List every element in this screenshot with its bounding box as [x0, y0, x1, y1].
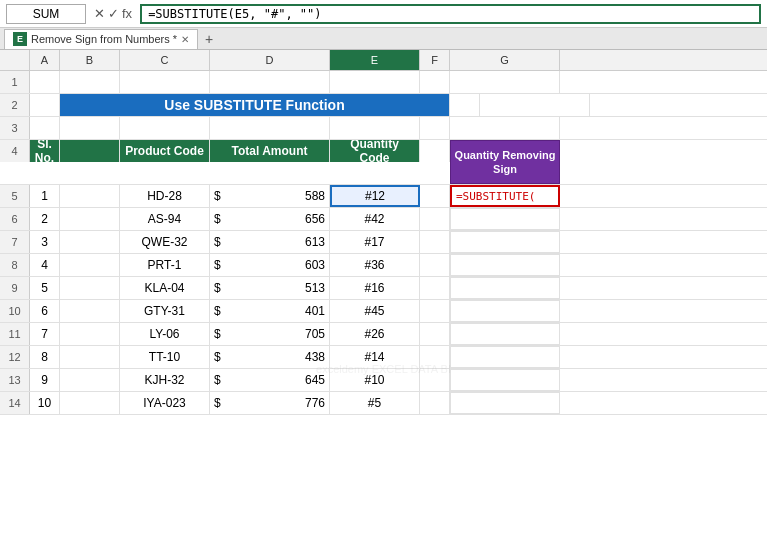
- cell-E3[interactable]: [330, 117, 420, 139]
- col-header-D[interactable]: D: [210, 50, 330, 70]
- cell-E12-qty[interactable]: #14: [330, 346, 420, 368]
- tab-close-button[interactable]: ✕: [181, 34, 189, 45]
- cell-G11[interactable]: [450, 323, 560, 345]
- formula-input[interactable]: =SUBSTITUTE(E5, "#", ""): [140, 4, 761, 24]
- cell-B3[interactable]: [60, 117, 120, 139]
- cell-D8-amount[interactable]: $ 603: [210, 254, 330, 276]
- cell-F4[interactable]: [420, 140, 450, 162]
- col-header-A[interactable]: A: [30, 50, 60, 70]
- cell-B6-empty[interactable]: [60, 208, 120, 230]
- cancel-icon[interactable]: ✕: [94, 6, 105, 21]
- cell-D7-amount[interactable]: $ 613: [210, 231, 330, 253]
- cell-C10-code[interactable]: GTY-31: [120, 300, 210, 322]
- cell-D6-amount[interactable]: $ 656: [210, 208, 330, 230]
- col-header-B[interactable]: B: [60, 50, 120, 70]
- cell-F14[interactable]: [420, 392, 450, 414]
- cell-C13-code[interactable]: KJH-32: [120, 369, 210, 391]
- cell-F9[interactable]: [420, 277, 450, 299]
- cell-D10-amount[interactable]: $ 401: [210, 300, 330, 322]
- new-tab-button[interactable]: +: [198, 29, 220, 49]
- cell-D12-amount[interactable]: $ 438: [210, 346, 330, 368]
- cell-G10[interactable]: [450, 300, 560, 322]
- sheet-tab[interactable]: E Remove Sign from Numbers * ✕: [4, 29, 198, 49]
- col-header-F[interactable]: F: [420, 50, 450, 70]
- cell-A9-sl[interactable]: 5: [30, 277, 60, 299]
- cell-D1[interactable]: [210, 71, 330, 93]
- cell-F2[interactable]: [450, 94, 480, 116]
- cell-B11-empty[interactable]: [60, 323, 120, 345]
- cell-C8-code[interactable]: PRT-1: [120, 254, 210, 276]
- cell-A4-slno[interactable]: Sl. No.: [30, 140, 60, 162]
- cell-G14[interactable]: [450, 392, 560, 414]
- cell-F5[interactable]: [420, 185, 450, 207]
- cell-A6-sl[interactable]: 2: [30, 208, 60, 230]
- cell-G7[interactable]: [450, 231, 560, 253]
- cell-B12-empty[interactable]: [60, 346, 120, 368]
- cell-E11-qty[interactable]: #26: [330, 323, 420, 345]
- cell-F7[interactable]: [420, 231, 450, 253]
- confirm-icon[interactable]: ✓: [108, 6, 119, 21]
- cell-B1[interactable]: [60, 71, 120, 93]
- cell-A2[interactable]: [30, 94, 60, 116]
- cell-D14-amount[interactable]: $ 776: [210, 392, 330, 414]
- cell-D9-amount[interactable]: $ 513: [210, 277, 330, 299]
- cell-B4[interactable]: [60, 140, 120, 162]
- cell-D4-totalamount[interactable]: Total Amount: [210, 140, 330, 162]
- cell-A13-sl[interactable]: 9: [30, 369, 60, 391]
- cell-B10-empty[interactable]: [60, 300, 120, 322]
- cell-A12-sl[interactable]: 8: [30, 346, 60, 368]
- cell-F8[interactable]: [420, 254, 450, 276]
- cell-A11-sl[interactable]: 7: [30, 323, 60, 345]
- cell-A8-sl[interactable]: 4: [30, 254, 60, 276]
- cell-A7-sl[interactable]: 3: [30, 231, 60, 253]
- cell-A3[interactable]: [30, 117, 60, 139]
- cell-C4-productcode[interactable]: Product Code: [120, 140, 210, 162]
- cell-D5-amount[interactable]: $ 588: [210, 185, 330, 207]
- cell-C12-code[interactable]: TT-10: [120, 346, 210, 368]
- cell-F12[interactable]: [420, 346, 450, 368]
- cell-G1[interactable]: [450, 71, 560, 93]
- cell-E9-qty[interactable]: #16: [330, 277, 420, 299]
- cell-F1[interactable]: [420, 71, 450, 93]
- col-header-E[interactable]: E: [330, 50, 420, 70]
- cell-F3[interactable]: [420, 117, 450, 139]
- cell-E13-qty[interactable]: #10: [330, 369, 420, 391]
- cell-B9-empty[interactable]: [60, 277, 120, 299]
- cell-E8-qty[interactable]: #36: [330, 254, 420, 276]
- cell-C7-code[interactable]: QWE-32: [120, 231, 210, 253]
- cell-E7-qty[interactable]: #17: [330, 231, 420, 253]
- cell-B8-empty[interactable]: [60, 254, 120, 276]
- cell-C14-code[interactable]: IYA-023: [120, 392, 210, 414]
- cell-C6-code[interactable]: AS-94: [120, 208, 210, 230]
- cell-B14-empty[interactable]: [60, 392, 120, 414]
- cell-C1[interactable]: [120, 71, 210, 93]
- cell-E5-qty[interactable]: #12: [330, 185, 420, 207]
- cell-E4-qtycode[interactable]: Quantity Code: [330, 140, 420, 162]
- cell-G13[interactable]: [450, 369, 560, 391]
- cell-D13-amount[interactable]: $ 645: [210, 369, 330, 391]
- cell-A5-sl[interactable]: 1: [30, 185, 60, 207]
- cell-A1[interactable]: [30, 71, 60, 93]
- cell-B7-empty[interactable]: [60, 231, 120, 253]
- cell-B5-empty[interactable]: [60, 185, 120, 207]
- name-box[interactable]: SUM: [6, 4, 86, 24]
- cell-G9[interactable]: [450, 277, 560, 299]
- cell-F10[interactable]: [420, 300, 450, 322]
- cell-A14-sl[interactable]: 10: [30, 392, 60, 414]
- cell-D3[interactable]: [210, 117, 330, 139]
- cell-G8[interactable]: [450, 254, 560, 276]
- cell-F6[interactable]: [420, 208, 450, 230]
- cell-C9-code[interactable]: KLA-04: [120, 277, 210, 299]
- cell-D11-amount[interactable]: $ 705: [210, 323, 330, 345]
- cell-F11[interactable]: [420, 323, 450, 345]
- col-header-C[interactable]: C: [120, 50, 210, 70]
- cell-C3[interactable]: [120, 117, 210, 139]
- cell-G2[interactable]: [480, 94, 590, 116]
- cell-C11-code[interactable]: LY-06: [120, 323, 210, 345]
- cell-G3[interactable]: [450, 117, 560, 139]
- cell-B13-empty[interactable]: [60, 369, 120, 391]
- col-header-G[interactable]: G: [450, 50, 560, 70]
- cell-C5-code[interactable]: HD-28: [120, 185, 210, 207]
- cell-E14-qty[interactable]: #5: [330, 392, 420, 414]
- cell-G6[interactable]: [450, 208, 560, 230]
